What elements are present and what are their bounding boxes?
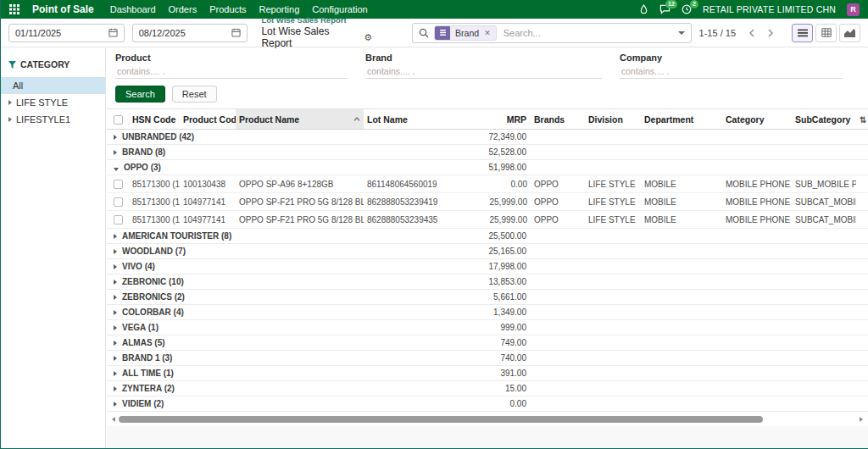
caret-right-icon [114, 135, 117, 140]
app-title[interactable]: Point of Sale [32, 3, 94, 15]
caret-right-icon [114, 356, 117, 361]
horizontal-scrollbar[interactable] [112, 415, 863, 424]
search-dropdown-caret-icon[interactable] [678, 31, 685, 35]
row-checkbox[interactable] [114, 180, 123, 189]
control-panel: 01/11/2025 08/12/2025 Lot Wise Sales Rep… [1, 19, 868, 47]
column-header-brands[interactable]: Brands [531, 109, 585, 130]
table-row[interactable]: 85171300 (18%) 104977141 OPPO SP-F21 PRO… [107, 193, 868, 211]
reset-button[interactable]: Reset [172, 86, 217, 103]
column-header-subcategory[interactable]: SubCategory [792, 109, 856, 130]
group-row-vega[interactable]: VEGA (1) 999.00 [107, 320, 868, 335]
calendar-icon [108, 28, 118, 37]
view-switcher [792, 24, 860, 42]
group-row-woodland[interactable]: WOODLAND (7) 25,165.00 [107, 244, 868, 259]
group-row-vidiem[interactable]: VIDIEM (2) 0.00 [107, 396, 868, 412]
filter-label-company: Company [620, 53, 860, 64]
table-row[interactable]: 85171300 (18%) 100130438 OPPO SP-A96 8+1… [107, 175, 868, 193]
main-content: Product Brand Company Search Reset [107, 48, 868, 448]
search-bar[interactable]: Brand ✕ [412, 23, 691, 43]
filter-icon [8, 61, 16, 69]
caret-right-icon [114, 341, 117, 346]
user-avatar[interactable]: R [847, 3, 860, 16]
sidebar-item-all[interactable]: All [1, 77, 105, 94]
column-header-category[interactable]: Category [722, 109, 792, 130]
table-row[interactable]: 85171300 (18%) 104977141 OPPO SP-F21 PRO… [107, 211, 868, 229]
menu-configuration[interactable]: Configuration [312, 4, 367, 14]
column-header-product-name[interactable]: Product Name [236, 109, 364, 130]
pager-next-button[interactable] [762, 25, 778, 41]
column-header-lot-name[interactable]: Lot Name [364, 109, 476, 130]
graph-view-button[interactable] [839, 24, 860, 42]
menu-products[interactable]: Products [209, 4, 246, 14]
group-row-unbranded[interactable]: UNBRANDED (42) 72,349.00 [107, 130, 868, 145]
group-row-almas[interactable]: ALMAS (5) 749.00 [107, 335, 868, 351]
group-row-zyntera[interactable]: ZYNTERA (2) 15.00 [107, 381, 868, 396]
select-all-checkbox[interactable] [114, 115, 123, 125]
caret-right-icon [114, 310, 117, 315]
messages-icon[interactable]: 12 [659, 4, 670, 14]
group-row-zebronic[interactable]: ZEBRONIC (10) 13,853.00 [107, 274, 868, 290]
list-view-button[interactable] [792, 24, 813, 42]
group-row-brand-1[interactable]: BRAND 1 (3) 740.00 [107, 351, 868, 366]
date-from-input[interactable]: 01/11/2025 [8, 24, 125, 42]
sort-asc-icon [353, 117, 360, 121]
menu-orders[interactable]: Orders [169, 4, 198, 14]
activities-badge: 2 [690, 0, 698, 8]
group-row-colorbar[interactable]: COLORBAR (4) 1,349.00 [107, 305, 868, 320]
caret-right-icon [114, 371, 117, 376]
scrollbar-thumb[interactable] [119, 416, 763, 423]
search-input[interactable] [502, 27, 670, 39]
column-header-department[interactable]: Department [641, 109, 722, 130]
menu-dashboard[interactable]: Dashboard [110, 4, 156, 14]
company-name[interactable]: RETAIL PRIVATE LIMITED CHN [703, 4, 836, 14]
group-row-zebronics[interactable]: ZEBRONICS (2) 5,661.00 [107, 290, 868, 305]
sidebar-item-life-style[interactable]: LIFE STYLE [1, 94, 105, 111]
caret-right-icon [114, 295, 117, 300]
filter-label-brand: Brand [365, 53, 620, 64]
activities-clock-icon[interactable]: 2 [682, 4, 692, 14]
brand-filter-input[interactable] [365, 64, 602, 79]
column-header-hsn-code[interactable]: HSN Code [129, 109, 180, 130]
date-to-value: 08/12/2025 [139, 28, 186, 38]
caret-right-icon [8, 117, 12, 122]
column-header-product-code[interactable]: Product Code [180, 109, 236, 130]
company-filter-input[interactable] [620, 64, 843, 79]
caret-right-icon [114, 325, 117, 330]
date-to-input[interactable]: 08/12/2025 [132, 24, 248, 42]
column-header-mrp[interactable]: MRP [476, 109, 531, 130]
group-row-oppo[interactable]: OPPO (3) 51,998.00 [107, 160, 868, 175]
caret-right-icon [114, 264, 117, 269]
pivot-view-button[interactable] [815, 24, 837, 42]
search-button[interactable]: Search [115, 86, 165, 103]
scroll-left-icon[interactable] [112, 417, 115, 422]
pager-previous-button[interactable] [743, 25, 760, 41]
caret-right-icon [8, 100, 12, 105]
gear-icon[interactable]: ⚙ [364, 33, 372, 42]
caret-right-icon [114, 280, 117, 285]
scroll-right-icon[interactable] [860, 417, 863, 422]
date-from-value: 01/11/2025 [15, 28, 61, 38]
menu-reporting[interactable]: Reporting [259, 4, 300, 14]
scrollbar-track[interactable] [117, 416, 858, 423]
search-facet-brand[interactable]: Brand ✕ [434, 25, 497, 41]
group-row-all-time[interactable]: ALL TIME (1) 391.00 [107, 366, 868, 381]
group-row-vivo[interactable]: VIVO (4) 17,998.00 [107, 259, 868, 274]
column-header-division[interactable]: Division [585, 109, 641, 130]
row-checkbox[interactable] [114, 197, 123, 207]
product-filter-input[interactable] [115, 64, 348, 79]
close-icon[interactable]: ✕ [484, 29, 496, 37]
breadcrumb-link[interactable]: Lot Wise Sales Report [261, 15, 372, 25]
calendar-icon [231, 28, 241, 37]
adjust-columns-icon[interactable]: ⇅ [860, 115, 866, 125]
row-checkbox[interactable] [114, 215, 123, 224]
facet-label: Brand [450, 28, 484, 38]
group-by-icon [435, 25, 450, 41]
sidebar-item-lifestyle1[interactable]: LIFESTYLE1 [1, 111, 105, 128]
droplet-icon[interactable] [639, 4, 648, 14]
category-sidebar: CATEGORY All LIFE STYLE LIFESTYLE1 [1, 48, 106, 448]
search-icon [419, 28, 429, 38]
caret-right-icon [114, 386, 117, 391]
group-row-american-tourister[interactable]: AMERICAN TOURISTER (8) 25,500.00 [107, 229, 868, 244]
apps-grid-icon[interactable] [9, 4, 19, 14]
group-row-brand[interactable]: BRAND (8) 52,528.00 [107, 145, 868, 160]
